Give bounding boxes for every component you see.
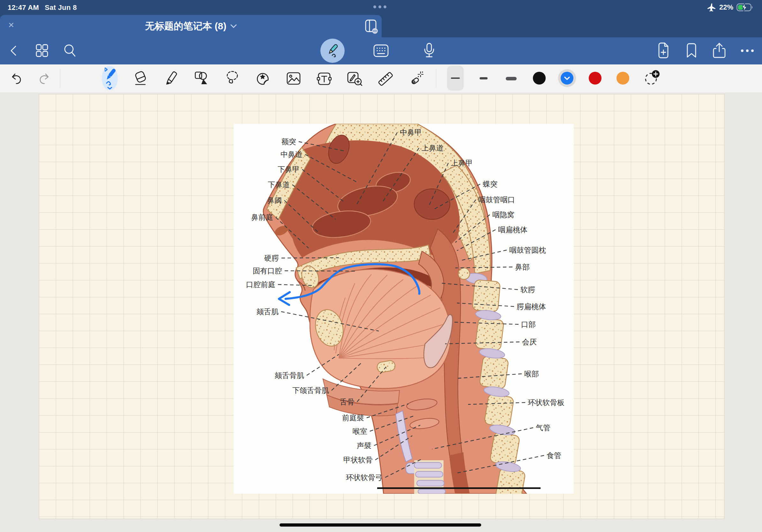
anatomy-label: 气管 — [536, 424, 551, 432]
sagittal-head-neck-illustration: 额突中鼻道下鼻甲下鼻道鼻阈鼻前庭硬腭固有口腔口腔前庭颏舌肌颏舌骨肌下颌舌骨肌舌骨… — [234, 124, 574, 494]
status-bar: 12:47 AM Sat Jun 8 22% — [0, 0, 762, 15]
anatomy-label: 食管 — [547, 451, 561, 460]
anatomy-label: 前庭襞 — [342, 414, 364, 422]
notebook-title[interactable]: 无标题的笔记本 (8) — [145, 20, 227, 33]
anatomy-label: 颏舌骨肌 — [275, 371, 304, 379]
home-indicator[interactable] — [279, 523, 481, 527]
color-blue-swatch-selected[interactable] — [558, 69, 576, 87]
stickers-icon[interactable] — [255, 71, 271, 87]
anatomy-label: 咽隐窝 — [493, 211, 514, 219]
notebook-page[interactable]: 额突中鼻道下鼻甲下鼻道鼻阈鼻前庭硬腭固有口腔口腔前庭颏舌肌颏舌骨肌下颌舌骨肌舌骨… — [39, 94, 724, 519]
anatomy-label: 上鼻道 — [421, 144, 443, 152]
anatomy-label: 下鼻道 — [268, 180, 290, 189]
color-black-swatch[interactable] — [532, 71, 546, 85]
anatomy-label: 软腭 — [520, 286, 535, 294]
pen-mode-icon — [324, 42, 341, 59]
back-icon[interactable] — [7, 44, 20, 58]
divider — [60, 69, 60, 87]
anatomy-label: 鼻前庭 — [251, 213, 273, 221]
anatomy-label: 口腔前庭 — [246, 280, 275, 289]
image-icon[interactable] — [286, 71, 302, 86]
anatomy-label: 中鼻甲 — [400, 128, 422, 137]
pen-options-chevron-icon — [108, 87, 112, 89]
thickness-thin-button[interactable] — [451, 78, 460, 79]
shapes-icon[interactable] — [194, 70, 210, 86]
multitask-dots[interactable] — [373, 5, 386, 8]
anatomy-figure[interactable]: 额突中鼻道下鼻甲下鼻道鼻阈鼻前庭硬腭固有口腔口腔前庭颏舌肌颏舌骨肌下颌舌骨肌舌骨… — [234, 124, 574, 494]
battery-percent: 22% — [719, 3, 733, 12]
anatomy-label: 咽鼓管圆枕 — [509, 246, 546, 254]
highlighter-icon[interactable] — [163, 70, 179, 86]
divider — [436, 69, 436, 87]
undo-icon[interactable] — [10, 71, 24, 85]
color-orange-swatch[interactable] — [616, 71, 630, 85]
split-view-icon[interactable] — [363, 18, 379, 34]
anatomy-label: 上鼻甲 — [451, 159, 473, 167]
anatomy-label: 喉室 — [352, 427, 367, 435]
add-page-icon[interactable] — [656, 42, 671, 59]
anatomy-label: 喉部 — [524, 370, 539, 378]
status-date: Sat Jun 8 — [45, 4, 77, 12]
more-icon[interactable] — [740, 47, 755, 54]
anatomy-label: 固有口腔 — [253, 267, 282, 275]
color-red-swatch[interactable] — [588, 71, 602, 85]
anatomy-label: 咽鼓管咽口 — [478, 195, 515, 204]
pen-tool-icon[interactable] — [101, 65, 119, 90]
anatomy-label: 甲状软骨 — [343, 456, 373, 464]
anatomy-label: 口部 — [521, 320, 536, 328]
anatomy-label: 鼻阈 — [267, 196, 282, 204]
anatomy-label: 中鼻道 — [280, 150, 302, 159]
add-custom-color-button[interactable] — [643, 69, 660, 87]
anatomy-label: 下颌舌骨肌 — [292, 386, 329, 395]
anatomy-label: 环状软骨板 — [528, 398, 565, 407]
keyboard-icon[interactable] — [372, 43, 390, 58]
ruler-icon[interactable] — [377, 71, 394, 87]
tab-title-row[interactable]: 无标题的笔记本 (8) — [0, 15, 382, 37]
redo-icon[interactable] — [37, 71, 51, 85]
anatomy-label: 硬腭 — [264, 254, 279, 262]
anatomy-label: 声襞 — [357, 441, 371, 450]
laser-pointer-icon[interactable] — [408, 71, 424, 87]
anatomy-label: 舌骨 — [340, 398, 354, 406]
anatomy-label: 蝶突 — [483, 180, 497, 188]
battery-charging-icon — [736, 3, 754, 12]
search-icon[interactable] — [62, 43, 78, 58]
lasso-icon[interactable] — [224, 70, 240, 87]
airplane-icon — [707, 3, 716, 12]
elements-icon[interactable] — [346, 71, 363, 87]
anatomy-label: 下鼻甲 — [277, 165, 300, 173]
bookmark-icon[interactable] — [685, 42, 698, 59]
anatomy-label: 额突 — [281, 137, 296, 146]
note-canvas[interactable]: 额突中鼻道下鼻甲下鼻道鼻阈鼻前庭硬腭固有口腔口腔前庭颏舌肌颏舌骨肌下颌舌骨肌舌骨… — [0, 93, 762, 532]
anatomy-label: 鼻部 — [515, 263, 530, 271]
share-icon[interactable] — [712, 42, 727, 59]
anatomy-label: 环状软骨弓 — [346, 473, 383, 482]
microphone-icon[interactable] — [422, 42, 436, 59]
eraser-icon[interactable] — [133, 70, 148, 86]
anatomy-label: 会厌 — [522, 338, 537, 346]
anatomy-label: 腭扁桃体 — [517, 302, 546, 311]
chevron-down-icon — [230, 24, 237, 29]
text-icon[interactable] — [316, 71, 332, 86]
thickness-medium-button[interactable] — [480, 77, 488, 79]
page-grid-icon[interactable] — [34, 43, 49, 58]
status-time: 12:47 AM — [8, 4, 39, 12]
thickness-thick-button[interactable] — [506, 77, 517, 80]
anatomy-label: 颏舌肌 — [257, 307, 278, 316]
anatomy-label: 咽扁桃体 — [498, 226, 527, 234]
